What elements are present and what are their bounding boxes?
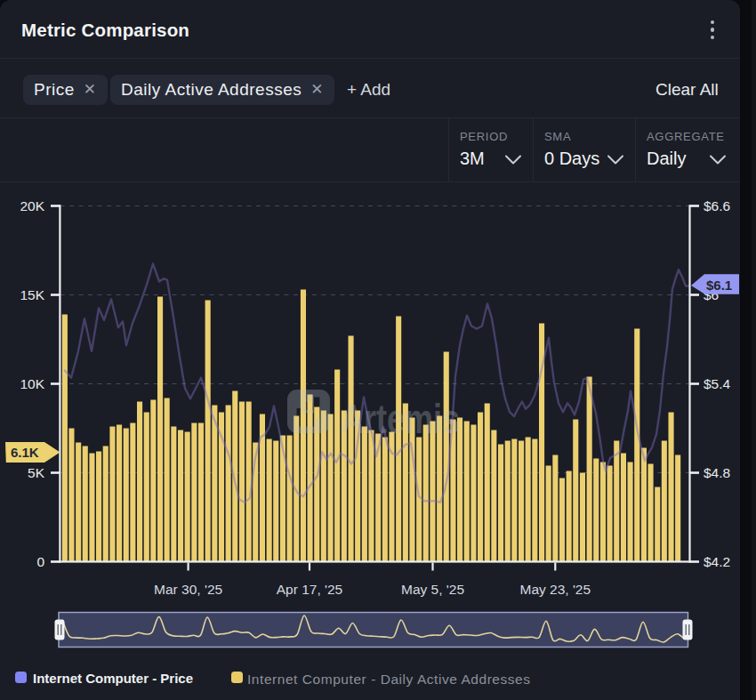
svg-text:Apr 17, '25: Apr 17, '25 <box>277 582 342 597</box>
svg-text:6.1K: 6.1K <box>11 445 39 460</box>
svg-text:0: 0 <box>36 554 44 569</box>
svg-text:May 5, '25: May 5, '25 <box>401 582 464 597</box>
svg-text:$5.4: $5.4 <box>704 376 731 391</box>
svg-text:20K: 20K <box>20 198 44 213</box>
svg-text:5K: 5K <box>28 465 45 480</box>
svg-text:Mar 30, '25: Mar 30, '25 <box>154 582 222 597</box>
svg-text:10K: 10K <box>20 376 44 391</box>
svg-text:May 23, '25: May 23, '25 <box>519 582 591 597</box>
svg-text:$4.8: $4.8 <box>704 465 730 480</box>
svg-text:$6.6: $6.6 <box>704 198 730 213</box>
svg-text:Artemis: Artemis <box>341 396 460 442</box>
svg-text:$6.1: $6.1 <box>706 278 732 293</box>
svg-text:15K: 15K <box>20 287 44 302</box>
svg-text:$4.2: $4.2 <box>704 554 730 569</box>
